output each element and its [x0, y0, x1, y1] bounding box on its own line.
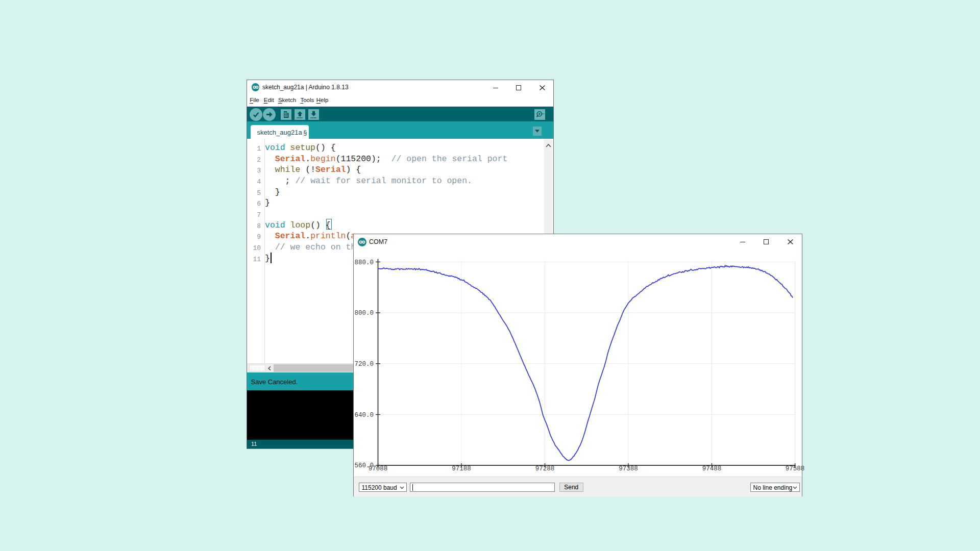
svg-text:97088: 97088	[369, 465, 388, 472]
svg-text:800.0: 800.0	[354, 310, 374, 317]
svg-text:97488: 97488	[702, 465, 722, 472]
svg-text:97388: 97388	[619, 465, 638, 472]
svg-text:97288: 97288	[535, 465, 555, 472]
svg-text:97588: 97588	[786, 465, 805, 472]
svg-text:97188: 97188	[452, 465, 471, 472]
svg-text:720.0: 720.0	[354, 361, 374, 368]
svg-text:880.0: 880.0	[354, 259, 374, 266]
svg-text:640.0: 640.0	[354, 412, 374, 419]
